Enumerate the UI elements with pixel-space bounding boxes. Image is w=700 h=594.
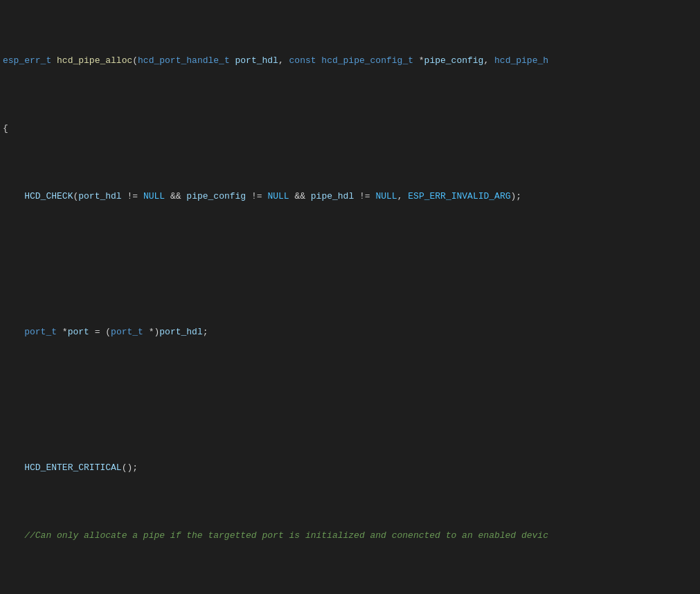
code-text: //Can only allocate a pipe if the target…: [0, 529, 700, 543]
code-line: HCD_CHECK(port_hdl != NULL && pipe_confi…: [0, 190, 700, 204]
code-text: HCD_ENTER_CRITICAL();: [0, 461, 700, 475]
code-line: {: [0, 122, 700, 136]
code-text: {: [0, 122, 700, 136]
code-text: port_t *port = (port_t *)port_hdl;: [0, 325, 700, 339]
code-text: HCD_CHECK(port_hdl != NULL && pipe_confi…: [0, 190, 700, 204]
code-text: esp_err_t hcd_pipe_alloc(hcd_port_handle…: [0, 54, 700, 68]
code-editor: esp_err_t hcd_pipe_alloc(hcd_port_handle…: [0, 0, 700, 594]
code-line: port_t *port = (port_t *)port_hdl;: [0, 325, 700, 339]
code-line: [0, 393, 700, 407]
code-line: //Can only allocate a pipe if the target…: [0, 529, 700, 543]
code-line: [0, 258, 700, 271]
code-line: esp_err_t hcd_pipe_alloc(hcd_port_handle…: [0, 54, 700, 68]
code-text: [0, 258, 700, 271]
code-text: [0, 393, 700, 407]
code-line: HCD_ENTER_CRITICAL();: [0, 461, 700, 475]
